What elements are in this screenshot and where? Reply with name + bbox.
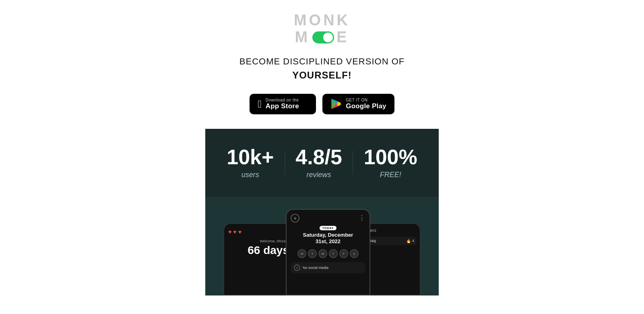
phone-center: + ⋮ TODAY Saturday, December 31st, 2022 … <box>286 209 370 295</box>
app-store-text: Download on the App Store <box>266 98 299 110</box>
phone-days-value: 66 days <box>228 244 289 257</box>
stat-divider-2 <box>353 151 353 175</box>
phone-task: ✓ No social media <box>291 262 365 273</box>
logo-line2-right: E <box>336 29 349 46</box>
phones-container: ♥ ♥ ♥ Welcome, Mirza B 66 days + ⋮ TODAY… <box>213 209 431 295</box>
phone-dots-icon: ⋮ <box>359 214 365 222</box>
heart-icon-3: ♥ <box>238 229 242 235</box>
phone-right-row: Baig 🔥 4 <box>366 237 417 245</box>
circle-2: T <box>308 249 317 258</box>
store-buttons:  Download on the App Store GET IT ON Go… <box>250 94 394 114</box>
phone-right-score: 🔥 4 <box>406 239 414 243</box>
logo-line1: MONK <box>294 12 350 29</box>
stat-users-label: users <box>227 171 274 179</box>
phone-today-badge: TODAY <box>320 226 337 230</box>
phone-plus-icon: + <box>291 214 299 223</box>
google-play-button[interactable]: GET IT ON Google Play <box>322 94 394 114</box>
stat-users: 10k+ users <box>227 147 274 179</box>
stat-reviews-label: reviews <box>295 171 342 179</box>
tagline-line1: BECOME DISCIPLINED VERSION OF <box>239 56 405 66</box>
tagline: BECOME DISCIPLINED VERSION OF YOURSELF! <box>239 55 405 83</box>
stat-reviews: 4.8/5 reviews <box>295 147 342 179</box>
phone-date-line2: 31st, 2022 <box>316 238 341 244</box>
apple-icon:  <box>258 99 262 109</box>
phone-date: Saturday, December 31st, 2022 <box>291 232 365 246</box>
circle-5: F <box>339 249 348 258</box>
heart-icon-2: ♥ <box>233 229 236 235</box>
phone-hearts: ♥ ♥ ♥ <box>228 229 289 235</box>
stat-free-value: 100% <box>364 147 417 167</box>
google-play-text: GET IT ON Google Play <box>346 98 386 110</box>
google-play-big-text: Google Play <box>346 102 386 110</box>
stats-section: 10k+ users 4.8/5 reviews 100% FREE! <box>205 129 439 197</box>
heart-icon-1: ♥ <box>228 229 231 235</box>
phone-right-title: sers <box>366 228 417 233</box>
circle-3: W <box>318 249 327 258</box>
google-play-small-text: GET IT ON <box>346 98 386 102</box>
app-store-small-text: Download on the <box>266 98 299 102</box>
circle-6: S <box>350 249 359 258</box>
tagline-line2: YOURSELF! <box>292 70 352 81</box>
phone-left: ♥ ♥ ♥ Welcome, Mirza B 66 days <box>223 223 294 295</box>
phone-welcome-text: Welcome, Mirza B <box>228 239 289 243</box>
stat-divider-1 <box>285 151 285 175</box>
hero-section: MONK M E BECOME DISCIPLINED VERSION OF Y… <box>0 0 644 295</box>
app-store-button[interactable]:  Download on the App Store <box>250 94 316 114</box>
phone-circles: M T W T F S <box>291 249 365 258</box>
circle-4: T <box>329 249 338 258</box>
phone-right: sers Baig 🔥 4 <box>362 223 421 295</box>
logo-toggle[interactable] <box>312 31 334 43</box>
stat-reviews-value: 4.8/5 <box>295 147 342 167</box>
phone-top-bar: + ⋮ <box>291 214 365 223</box>
google-play-icon <box>330 98 342 109</box>
logo-line2-left: M <box>295 29 310 46</box>
logo-toggle-knob <box>323 33 333 42</box>
stat-users-value: 10k+ <box>227 147 274 167</box>
task-label-text: No social media <box>303 266 328 270</box>
logo-area: MONK M E <box>294 12 350 46</box>
app-store-big-text: App Store <box>266 102 299 110</box>
task-check-icon: ✓ <box>294 264 300 271</box>
phone-date-line1: Saturday, December <box>303 232 353 238</box>
stat-free-label: FREE! <box>364 171 417 179</box>
preview-section: ♥ ♥ ♥ Welcome, Mirza B 66 days + ⋮ TODAY… <box>205 197 439 295</box>
phone-right-score-value: 4 <box>412 239 414 243</box>
circle-1: M <box>297 249 306 258</box>
stat-free: 100% FREE! <box>364 147 417 179</box>
fire-icon: 🔥 <box>406 239 411 243</box>
